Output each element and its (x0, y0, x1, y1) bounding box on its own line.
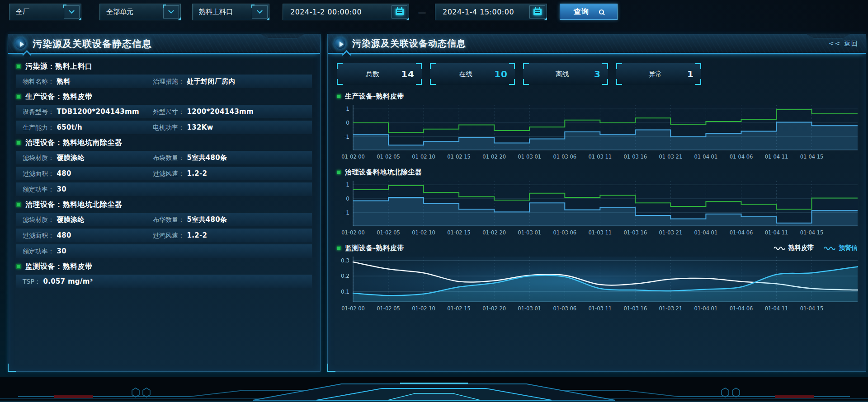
section-header: 治理设备：熟料地坑南除尘器 (16, 136, 312, 149)
play-icon (334, 37, 346, 50)
field-label: 过滤风速 (153, 170, 184, 178)
svg-text:01-03 06: 01-03 06 (553, 305, 576, 312)
header-chevron-decoration (342, 50, 351, 60)
filter-select[interactable]: 熟料上料口 (192, 4, 269, 20)
date-start-value[interactable]: 2024-1-2 00:00:00 (283, 8, 392, 16)
svg-text:01-04 11: 01-04 11 (765, 229, 788, 236)
field: 物料名称 熟料 (23, 77, 153, 86)
field-label: 布袋数量 (153, 154, 184, 162)
search-button-label: 查询 (574, 7, 590, 17)
field-value: 处于封闭厂房内 (184, 77, 236, 86)
svg-text:01-03 16: 01-03 16 (623, 305, 647, 312)
section-header: 监测设备：熟料皮带 (16, 260, 312, 273)
dashboard-root: 全厂全部单元熟料上料口 2024-1-2 00:00:00 — 2024-1-4… (0, 0, 868, 402)
svg-text:01-02 15: 01-02 15 (447, 229, 471, 236)
field-value: 30 (54, 185, 66, 193)
chevron-down-icon[interactable] (252, 5, 268, 19)
section-header-label: 污染源：熟料上料口 (25, 62, 93, 71)
field-value: 熟料 (54, 77, 71, 86)
legend-item[interactable]: 预警信 (824, 244, 858, 252)
green-square-icon (337, 170, 341, 174)
field: 外型尺寸 1200*204143mm (153, 108, 306, 116)
filter-select-value: 熟料上料口 (193, 8, 252, 16)
toolbar: 全厂全部单元熟料上料口 2024-1-2 00:00:00 — 2024-1-4… (9, 3, 618, 20)
svg-text:01-02 05: 01-02 05 (377, 305, 400, 312)
stat-card: 在线10 (430, 63, 515, 85)
field: 过滤面积 480 (23, 169, 153, 178)
field-value: 5室共480条 (184, 215, 227, 224)
legend-label: 熟料皮带 (788, 244, 814, 252)
section-header-label: 治理设备：熟料地坑南除尘器 (25, 138, 123, 148)
filter-select[interactable]: 全厂 (9, 4, 81, 20)
table-row: 额定功率 30 (16, 244, 312, 258)
section-header-label: 生产设备：熟料皮带 (25, 92, 93, 102)
green-square-icon (337, 94, 341, 98)
stat-label: 在线 (459, 70, 472, 79)
svg-text:01-04 06: 01-04 06 (730, 154, 753, 160)
svg-text:01-03 06: 01-03 06 (553, 154, 576, 160)
chart-title-row: 监测设备-熟料皮带熟料皮带预警信 (337, 243, 859, 253)
field-value: 1.2-2 (184, 169, 207, 178)
field-value: 480 (54, 231, 71, 239)
svg-text:01-03 01: 01-03 01 (518, 305, 541, 312)
table-row: 过滤面积 480过滤风速 1.2-2 (16, 167, 312, 180)
svg-text:0.2: 0.2 (341, 273, 349, 279)
filter-select[interactable]: 全部单元 (99, 4, 181, 20)
calendar-icon[interactable] (529, 5, 545, 19)
chevron-down-icon[interactable] (163, 5, 179, 19)
calendar-icon[interactable] (392, 5, 407, 19)
chart-smooth: 监测设备-熟料皮带熟料皮带预警信 0.3 0.2 0.1 01-02 0001-… (337, 243, 859, 313)
green-square-icon (16, 264, 21, 269)
chevron-down-icon[interactable] (64, 5, 80, 19)
section-header: 生产设备：熟料皮带 (16, 90, 312, 103)
table-row: 额定功率 30 (16, 182, 312, 196)
field-label: 生产能力 (23, 124, 54, 132)
svg-text:01-02 15: 01-02 15 (447, 154, 471, 160)
stat-card: 异常1 (616, 63, 701, 85)
table-row: TSP 0.057 mg/m³ (16, 275, 312, 288)
field: 过滤面积 480 (23, 231, 153, 240)
field-value: 650t/h (54, 123, 82, 131)
svg-text:01-02 10: 01-02 10 (412, 229, 435, 236)
field-value: 覆膜涤纶 (54, 215, 85, 224)
field: 滤袋材质 覆膜涤纶 (23, 215, 153, 224)
svg-text:01-03 21: 01-03 21 (659, 154, 683, 160)
green-square-icon (16, 64, 21, 69)
svg-text:01-03 21: 01-03 21 (659, 229, 683, 236)
field-label: TSP (23, 278, 41, 286)
field-label: 过滤面积 (23, 232, 54, 240)
static-info-panel: 污染源及关联设备静态信息 污染源：熟料上料口物料名称 熟料治理措施 处于封闭厂房… (8, 34, 321, 372)
stat-label: 异常 (649, 70, 662, 79)
svg-text:01-02 05: 01-02 05 (377, 154, 400, 160)
stat-value: 10 (494, 69, 508, 79)
field-value: 480 (54, 169, 71, 178)
table-row: 生产能力 650t/h电机功率 132Kw (16, 121, 312, 134)
date-end-picker[interactable]: 2024-1-4 15:00:00 (435, 4, 547, 20)
svg-text:01-02 10: 01-02 10 (412, 305, 435, 312)
date-end-value[interactable]: 2024-1-4 15:00:00 (435, 8, 529, 16)
field: 治理措施 处于封闭厂房内 (153, 77, 306, 86)
field: 过鸿风速 1.2-2 (153, 231, 306, 240)
table-row: 滤袋材质 覆膜涤纶布华数量 5室共480条 (16, 213, 312, 226)
svg-text:-1: -1 (344, 134, 349, 140)
field-value: 1200*204143mm (184, 108, 254, 116)
filter-select-value: 全部单元 (100, 8, 163, 16)
table-row: 物料名称 熟料治理措施 处于封闭厂房内 (16, 75, 312, 88)
field-label: 滤袋材质 (23, 154, 54, 162)
svg-text:01-03 01: 01-03 01 (518, 229, 541, 236)
table-row: 滤袋材质 覆膜涤纶布袋数量 5室共480条 (16, 151, 312, 164)
svg-text:01-04 01: 01-04 01 (694, 154, 718, 160)
svg-text:01-04 11: 01-04 11 (765, 305, 788, 312)
date-start-picker[interactable]: 2024-1-2 00:00:00 (283, 4, 409, 20)
svg-text:01-02 00: 01-02 00 (341, 154, 365, 160)
svg-text:1: 1 (346, 182, 349, 188)
search-button[interactable]: 查询 (560, 4, 618, 20)
static-info-title: 污染源及关联设备静态信息 (33, 37, 152, 50)
back-button[interactable]: << 返回 (829, 40, 859, 48)
field-label: 额定功率 (23, 186, 54, 194)
field-label: 物料名称 (23, 78, 54, 86)
svg-text:0.1: 0.1 (341, 289, 349, 295)
section-header: 污染源：熟料上料口 (16, 60, 312, 73)
legend-item[interactable]: 熟料皮带 (774, 244, 814, 252)
legend-label: 预警信 (839, 244, 858, 252)
